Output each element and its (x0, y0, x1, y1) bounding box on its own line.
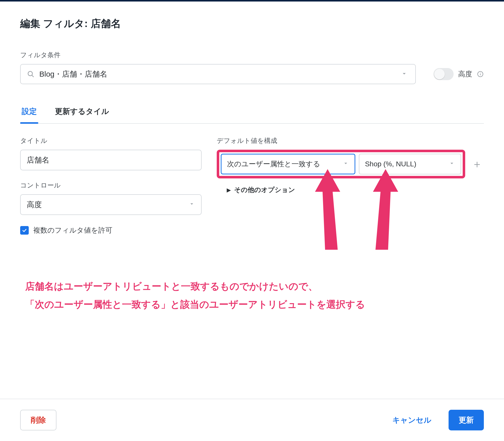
svg-line-1 (32, 75, 33, 77)
filter-condition-row: Blog・店舗・店舗名 高度 (20, 64, 484, 84)
advanced-toggle[interactable] (433, 68, 454, 80)
info-icon[interactable] (477, 71, 484, 78)
cancel-button[interactable]: キャンセル (382, 410, 442, 430)
title-group: タイトル (20, 136, 202, 170)
chevron-down-icon (449, 160, 455, 168)
other-options-label: その他のオプション (234, 185, 295, 194)
annotation-text: 店舗名はユーザーアトリビュートと一致するものでかけたいので、 「次のユーザー属性… (25, 277, 484, 313)
match-condition-select[interactable]: 次のユーザー属性と一致する (221, 154, 355, 174)
allow-multiple-row[interactable]: 複数のフィルタ値を許可 (20, 226, 202, 235)
chevron-down-icon (401, 70, 408, 78)
dialog-title: 編集 フィルタ: 店舗名 (20, 17, 484, 30)
checkbox-checked-icon (20, 226, 29, 235)
chevron-down-icon (188, 201, 195, 209)
delete-button[interactable]: 削除 (20, 410, 56, 430)
advanced-toggle-group: 高度 (433, 68, 484, 80)
user-attribute-select[interactable]: Shop (%, NULL) (359, 154, 461, 174)
default-value-row: 次のユーザー属性と一致する Shop (%, NULL) ＋ (217, 150, 484, 178)
edit-filter-dialog: 編集 フィルタ: 店舗名 フィルタ条件 Blog・店舗・店舗名 高度 設定 更新… (0, 2, 504, 235)
chevron-down-icon (342, 160, 349, 168)
allow-multiple-label: 複数のフィルタ値を許可 (33, 226, 112, 235)
svg-point-4 (480, 73, 481, 73)
search-icon (27, 70, 35, 78)
annotation-arrow-icon (368, 169, 403, 250)
other-options-toggle[interactable]: ▶ その他のオプション (227, 185, 484, 194)
dialog-footer: 削除 キャンセル 更新 (0, 399, 504, 441)
settings-columns: タイトル コントロール 高度 複数のフィルタ値を許可 デフォル (20, 136, 484, 235)
annotation-arrow-icon (310, 169, 345, 250)
advanced-toggle-label: 高度 (458, 69, 472, 79)
user-attribute-value: Shop (%, NULL) (365, 160, 416, 168)
title-input[interactable] (20, 150, 202, 170)
tab-settings[interactable]: 設定 (20, 102, 38, 123)
annotation-line: 店舗名はユーザーアトリビュートと一致するものでかけたいので、 (25, 277, 484, 295)
settings-left-column: タイトル コントロール 高度 複数のフィルタ値を許可 (20, 136, 202, 235)
control-group: コントロール 高度 (20, 181, 202, 215)
match-condition-value: 次のユーザー属性と一致する (227, 159, 320, 169)
filter-field-select[interactable]: Blog・店舗・店舗名 (20, 64, 416, 84)
add-condition-button[interactable]: ＋ (470, 157, 484, 171)
annotation-line: 「次のユーザー属性と一致する」と該当のユーザーアトリビュートを選択する (25, 295, 484, 313)
tabs: 設定 更新するタイル (20, 102, 484, 124)
control-label: コントロール (20, 181, 202, 190)
annotation-highlight: 次のユーザー属性と一致する Shop (%, NULL) (217, 150, 465, 178)
settings-right-column: デフォルト値を構成 次のユーザー属性と一致する Shop (%, NULL) (217, 136, 484, 194)
tab-update-tiles[interactable]: 更新するタイル (53, 102, 111, 123)
filter-condition-label: フィルタ条件 (20, 51, 484, 59)
default-value-label: デフォルト値を構成 (217, 136, 484, 145)
control-select[interactable]: 高度 (20, 194, 202, 215)
filter-field-value: Blog・店舗・店舗名 (39, 69, 401, 79)
control-select-value: 高度 (27, 200, 42, 210)
title-label: タイトル (20, 136, 202, 145)
caret-right-icon: ▶ (227, 187, 231, 193)
update-button[interactable]: 更新 (449, 410, 484, 430)
